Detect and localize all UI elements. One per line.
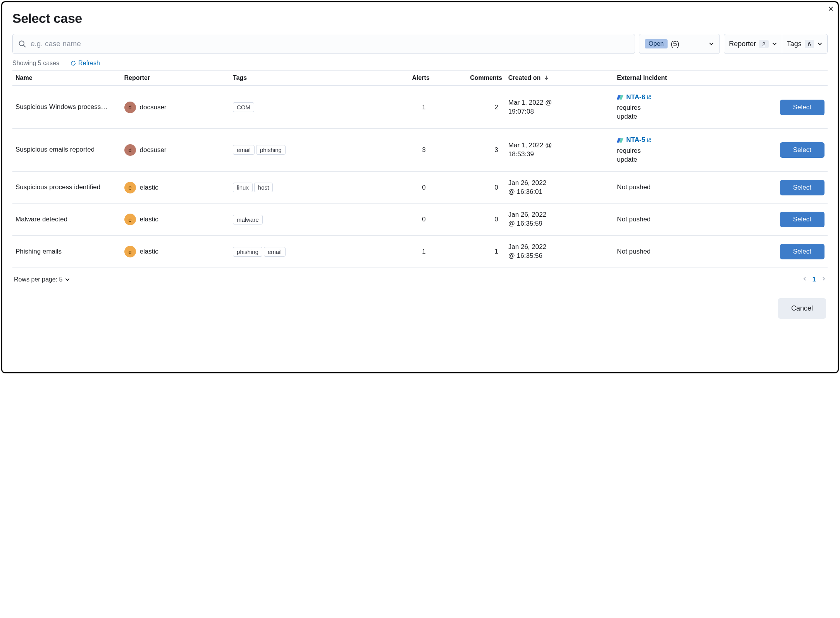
comments-count: 1 [433, 236, 505, 268]
close-icon[interactable]: ✕ [828, 5, 834, 13]
page-number[interactable]: 1 [812, 276, 816, 283]
tag-chip[interactable]: phishing [256, 145, 286, 155]
col-reporter[interactable]: Reporter [121, 71, 230, 86]
tags-cell: COM [230, 86, 375, 129]
search-icon [18, 40, 26, 48]
alerts-count: 0 [375, 171, 433, 204]
swimlane-icon [617, 137, 624, 144]
svg-line-8 [649, 139, 651, 141]
select-button[interactable]: Select [780, 142, 825, 158]
refresh-button[interactable]: Refresh [71, 60, 100, 67]
table-row: Malware detectedeelasticmalware00Jan 26,… [12, 204, 828, 236]
tags-filter[interactable]: Tags 6 [782, 34, 827, 54]
created-on: Jan 26, 2022@ 16:35:59 [505, 204, 614, 236]
sort-desc-icon [544, 75, 549, 80]
case-name[interactable]: Suspicious Windows process… [12, 86, 121, 129]
tags-cell: linuxhost [230, 171, 375, 204]
tag-chip[interactable]: host [254, 183, 273, 192]
search-input-wrapper[interactable] [12, 34, 635, 54]
page-prev[interactable] [802, 276, 807, 283]
created-on: Mar 1, 2022 @19:07:08 [505, 86, 614, 129]
svg-line-1 [24, 45, 26, 47]
col-tags[interactable]: Tags [230, 71, 375, 86]
avatar: e [124, 246, 136, 257]
comments-count: 3 [433, 129, 505, 171]
alerts-count: 0 [375, 204, 433, 236]
tags-cell: malware [230, 204, 375, 236]
reporter-name: docsuser [140, 146, 167, 154]
showing-count: Showing 5 cases [12, 60, 59, 67]
select-button[interactable]: Select [780, 244, 825, 259]
reporter-name: elastic [140, 248, 158, 255]
tags-cell: emailphishing [230, 129, 375, 171]
select-button[interactable]: Select [780, 212, 825, 227]
select-button[interactable]: Select [780, 180, 825, 195]
tags-filter-label: Tags [787, 40, 802, 48]
tag-chip[interactable]: malware [233, 215, 263, 224]
chevron-down-icon [817, 41, 823, 47]
status-pill: Open [645, 39, 668, 48]
reporter-name: elastic [140, 216, 158, 223]
avatar: e [124, 182, 136, 193]
select-button[interactable]: Select [780, 100, 825, 115]
search-input[interactable] [30, 39, 629, 48]
reporter-filter-label: Reporter [729, 40, 756, 48]
col-name[interactable]: Name [12, 71, 121, 86]
table-row: Suspicious emails reportedddocsuseremail… [12, 129, 828, 171]
modal-title: Select case [12, 11, 828, 26]
col-alerts[interactable]: Alerts [375, 71, 433, 86]
alerts-count: 3 [375, 129, 433, 171]
tag-chip[interactable]: linux [233, 183, 253, 192]
tag-chip[interactable]: email [264, 247, 286, 257]
popout-icon [647, 95, 651, 100]
reporter-cell: eelastic [121, 204, 230, 236]
tag-chip[interactable]: COM [233, 102, 254, 112]
swimlane-icon [617, 94, 624, 101]
cancel-button[interactable]: Cancel [778, 298, 826, 319]
reporter-filter[interactable]: Reporter 2 [724, 34, 781, 54]
pagination: 1 [802, 276, 826, 283]
reporter-cell: eelastic [121, 236, 230, 268]
svg-line-5 [649, 96, 651, 98]
cases-table: Name Reporter Tags Alerts Comments Creat… [12, 70, 828, 268]
status-filter[interactable]: Open (5) [639, 34, 720, 54]
reporter-tags-filter-group: Reporter 2 Tags 6 [724, 34, 828, 54]
case-name[interactable]: Suspicious process identified [12, 171, 121, 204]
rows-per-page-select[interactable]: Rows per page: 5 [14, 276, 70, 283]
created-on: Jan 26, 2022@ 16:35:56 [505, 236, 614, 268]
case-name[interactable]: Phishing emails [12, 236, 121, 268]
refresh-icon [71, 60, 76, 66]
case-name[interactable]: Malware detected [12, 204, 121, 236]
page-next[interactable] [821, 276, 826, 283]
table-row: Phishing emailseelasticphishingemail11Ja… [12, 236, 828, 268]
table-row: Suspicious process identifiedeelasticlin… [12, 171, 828, 204]
external-link[interactable]: NTA-5 [617, 136, 651, 145]
created-on: Mar 1, 2022 @18:53:39 [505, 129, 614, 171]
reporter-count-badge: 2 [759, 40, 768, 48]
svg-point-0 [19, 41, 24, 46]
avatar: d [124, 144, 136, 156]
case-name[interactable]: Suspicious emails reported [12, 129, 121, 171]
avatar: d [124, 102, 136, 113]
comments-count: 2 [433, 86, 505, 129]
col-created[interactable]: Created on [505, 71, 614, 86]
table-row: Suspicious Windows process…ddocsuserCOM1… [12, 86, 828, 129]
comments-count: 0 [433, 204, 505, 236]
tag-chip[interactable]: phishing [233, 247, 262, 257]
col-comments[interactable]: Comments [433, 71, 505, 86]
rows-per-page-label: Rows per page: 5 [14, 276, 62, 283]
col-external[interactable]: External Incident [614, 71, 719, 86]
reporter-cell: eelastic [121, 171, 230, 204]
tag-chip[interactable]: email [233, 145, 255, 155]
external-incident: Not pushed [614, 171, 719, 204]
reporter-cell: ddocsuser [121, 129, 230, 171]
external-link[interactable]: NTA-6 [617, 93, 651, 102]
reporter-name: elastic [140, 184, 158, 192]
avatar: e [124, 214, 136, 225]
popout-icon [647, 138, 651, 143]
tags-cell: phishingemail [230, 236, 375, 268]
chevron-down-icon [772, 41, 777, 47]
tags-count-badge: 6 [805, 40, 814, 48]
chevron-down-icon [65, 277, 70, 282]
external-incident: Not pushed [614, 204, 719, 236]
